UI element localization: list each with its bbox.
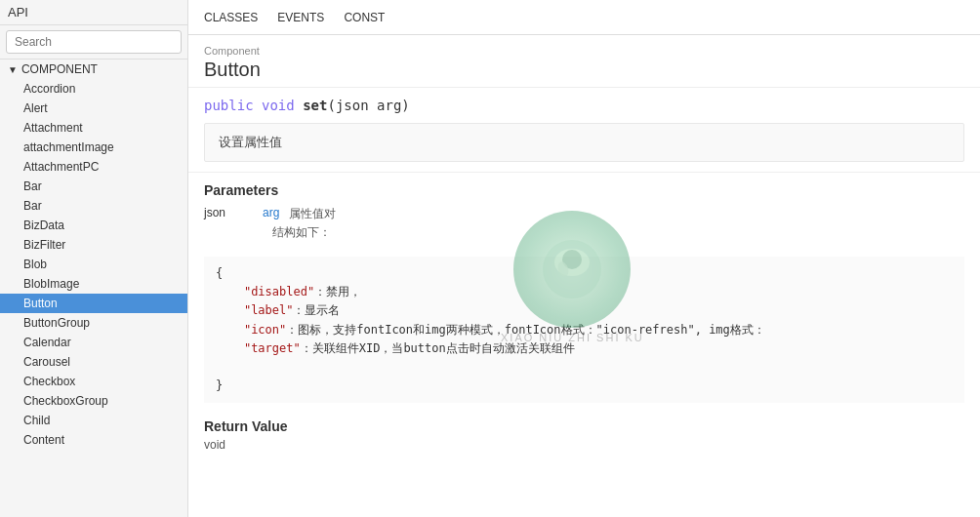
list-item-button-active[interactable]: Button: [0, 294, 187, 313]
top-nav: CLASSES EVENTS CONST: [188, 0, 980, 35]
sidebar: API ▼ COMPONENT Accordion Alert Attachme…: [0, 0, 188, 517]
list-item[interactable]: BlobImage: [0, 274, 187, 294]
method-keyword: public void: [204, 98, 303, 113]
list-item[interactable]: Content: [0, 430, 187, 450]
list-item[interactable]: Bar: [0, 177, 187, 196]
return-value-title: Return Value: [204, 418, 964, 434]
return-type: void: [204, 438, 964, 452]
list-item[interactable]: Calendar: [0, 333, 187, 352]
component-section-label: COMPONENT: [21, 62, 98, 76]
breadcrumb: Component: [204, 45, 964, 57]
parameters-section: Parameters json arg 属性值对 结构如下：: [188, 173, 980, 247]
nav-link-const[interactable]: CONST: [344, 11, 385, 24]
method-name: set: [303, 98, 327, 113]
content-area: Component Button public void set(json ar…: [188, 35, 980, 517]
param-name: json: [204, 206, 263, 219]
list-item[interactable]: BizData: [0, 216, 187, 235]
nav-link-classes[interactable]: CLASSES: [204, 11, 258, 24]
page-title: Button: [204, 59, 964, 81]
return-value-section: Return Value void: [188, 413, 980, 457]
list-item[interactable]: CheckboxGroup: [0, 391, 187, 411]
parameters-title: Parameters: [204, 182, 964, 198]
component-tree: Accordion Alert Attachment attachmentIma…: [0, 79, 187, 517]
list-item[interactable]: Bar: [0, 196, 187, 216]
list-item[interactable]: Attachment: [0, 118, 187, 138]
method-signature: public void set(json arg): [204, 98, 964, 113]
param-type: arg: [263, 206, 279, 219]
api-header: Component Button: [188, 35, 980, 88]
list-item[interactable]: BizFilter: [0, 235, 187, 255]
sidebar-title: API: [0, 0, 187, 25]
list-item[interactable]: attachmentImage: [0, 138, 187, 157]
method-params: (json arg): [327, 98, 409, 113]
param-row: json arg 属性值对: [204, 206, 964, 222]
list-item[interactable]: ButtonGroup: [0, 313, 187, 333]
method-description: 设置属性值: [204, 123, 964, 162]
search-box-wrapper: [0, 25, 187, 60]
main-content: CLASSES EVENTS CONST Component Button pu…: [188, 0, 980, 517]
tree-expand-arrow: ▼: [8, 64, 18, 75]
list-item[interactable]: Blob: [0, 255, 187, 274]
method-section: public void set(json arg) 设置属性值: [188, 88, 980, 173]
list-item[interactable]: Checkbox: [0, 372, 187, 391]
list-item[interactable]: AttachmentPC: [0, 157, 187, 177]
list-item-carousel[interactable]: Carousel: [0, 352, 187, 372]
search-input[interactable]: [6, 30, 182, 54]
list-item-child[interactable]: Child: [0, 411, 187, 430]
nav-link-events[interactable]: EVENTS: [277, 11, 324, 24]
list-item[interactable]: Accordion: [0, 79, 187, 99]
component-tree-header[interactable]: ▼ COMPONENT: [0, 60, 187, 79]
param-desc1: 属性值对: [289, 206, 336, 222]
param-desc-sub: 结构如下：: [272, 224, 964, 241]
code-block: { "disabled"：禁用， "label"：显示名 "icon"：图标，支…: [204, 257, 964, 403]
list-item[interactable]: Alert: [0, 99, 187, 118]
